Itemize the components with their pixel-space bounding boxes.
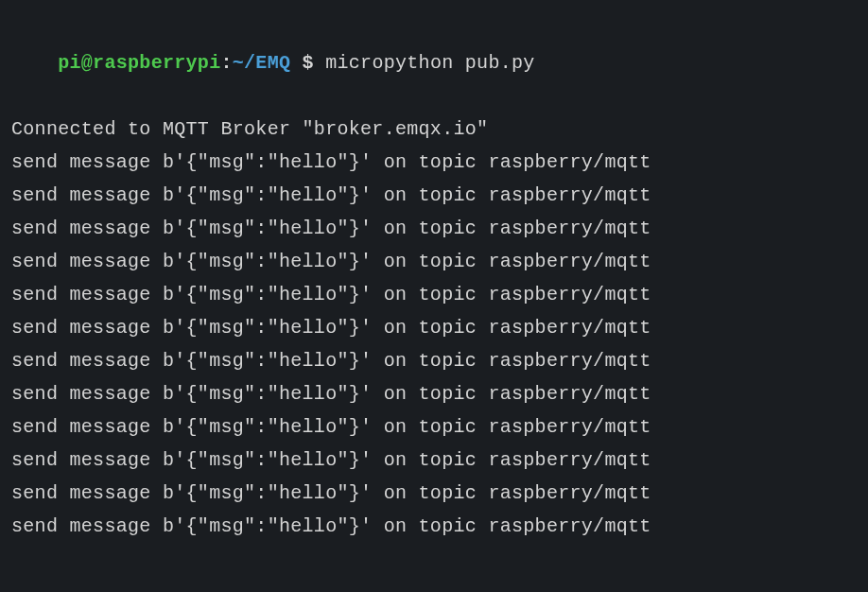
message-output-line: send message b'{"msg":"hello"}' on topic… [11,146,857,179]
message-output-line: send message b'{"msg":"hello"}' on topic… [11,377,857,410]
message-output-line: send message b'{"msg":"hello"}' on topic… [11,444,857,477]
message-output-line: send message b'{"msg":"hello"}' on topic… [11,477,857,510]
message-output-line: send message b'{"msg":"hello"}' on topic… [11,510,857,543]
message-output-line: send message b'{"msg":"hello"}' on topic… [11,245,857,278]
current-path: ~/EMQ [233,52,291,74]
message-output-line: send message b'{"msg":"hello"}' on topic… [11,344,857,377]
message-output-line: send message b'{"msg":"hello"}' on topic… [11,212,857,245]
message-output-line: send message b'{"msg":"hello"}' on topic… [11,179,857,212]
connected-output: Connected to MQTT Broker "broker.emqx.io… [11,113,857,146]
message-output-line: send message b'{"msg":"hello"}' on topic… [11,410,857,444]
prompt-colon: : [220,52,232,74]
prompt-dollar: $ [290,52,325,74]
command-text: micropython pub.py [325,52,534,74]
message-output-container: send message b'{"msg":"hello"}' on topic… [11,146,857,543]
terminal-window[interactable]: pi@raspberrypi:~/EMQ $ micropython pub.p… [11,13,857,543]
prompt-line: pi@raspberrypi:~/EMQ $ micropython pub.p… [11,13,857,113]
message-output-line: send message b'{"msg":"hello"}' on topic… [11,311,857,344]
user-host: pi@raspberrypi [58,52,220,74]
message-output-line: send message b'{"msg":"hello"}' on topic… [11,278,857,311]
